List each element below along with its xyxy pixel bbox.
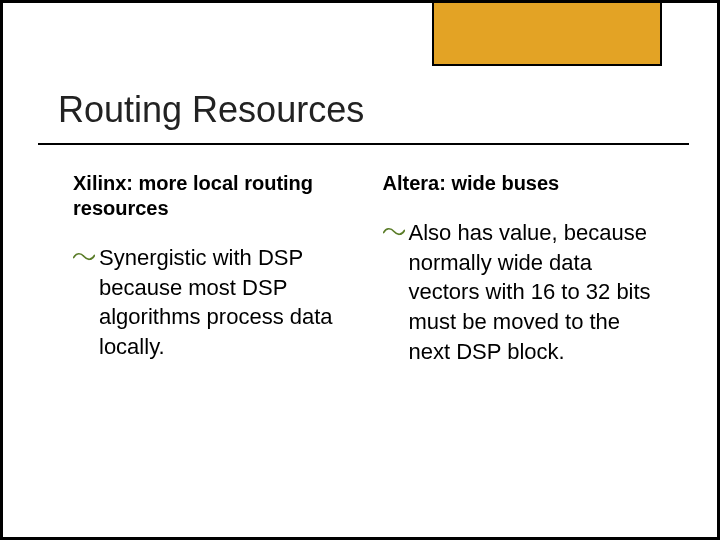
left-bullet: Synergistic with DSP because most DSP al… <box>73 243 353 362</box>
left-column: Xilinx: more local routing resources Syn… <box>73 171 353 507</box>
content-columns: Xilinx: more local routing resources Syn… <box>73 171 662 507</box>
slide-title: Routing Resources <box>58 89 677 131</box>
right-bullet: Also has value, because normally wide da… <box>383 218 663 366</box>
right-column: Altera: wide buses Also has value, becau… <box>383 171 663 507</box>
title-underline <box>38 143 689 145</box>
flourish-bullet-icon <box>383 224 405 248</box>
flourish-bullet-icon <box>73 249 95 273</box>
left-bullet-text: Synergistic with DSP because most DSP al… <box>99 243 353 362</box>
left-column-heading: Xilinx: more local routing resources <box>73 171 353 221</box>
accent-block <box>432 3 662 66</box>
slide: Routing Resources Xilinx: more local rou… <box>0 0 720 540</box>
right-column-heading: Altera: wide buses <box>383 171 663 196</box>
right-bullet-text: Also has value, because normally wide da… <box>409 218 663 366</box>
